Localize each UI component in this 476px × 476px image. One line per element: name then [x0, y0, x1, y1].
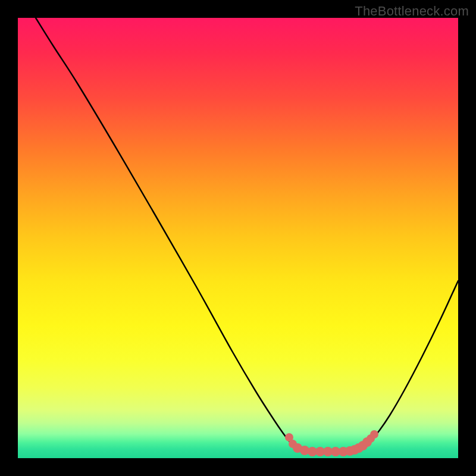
chart-area [18, 18, 458, 458]
watermark-text: TheBottleneck.com [355, 4, 469, 19]
bottleneck-curve [36, 18, 458, 452]
chart-overlay [18, 18, 458, 458]
optimal-marker [370, 430, 378, 439]
optimal-range-markers [285, 430, 378, 456]
